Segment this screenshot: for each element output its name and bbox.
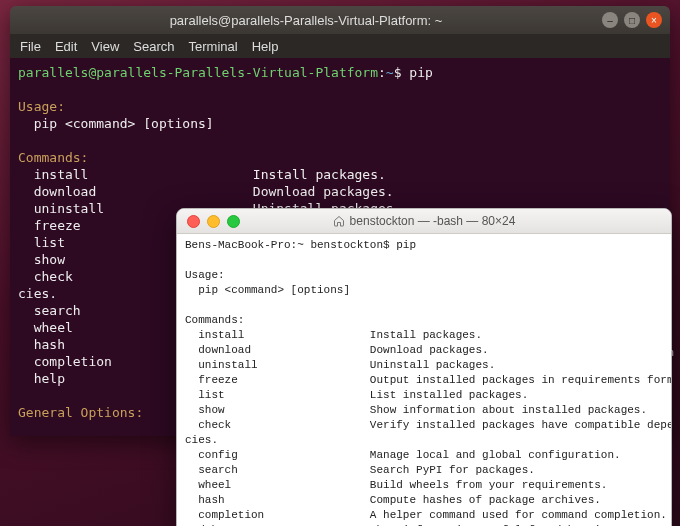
menu-terminal[interactable]: Terminal [189,39,238,54]
mac-window-title: benstockton — -bash — 80×24 [350,214,516,228]
ubuntu-window-title: parallels@parallels-Parallels-Virtual-Pl… [10,13,602,28]
mac-window-title-row: benstockton — -bash — 80×24 [177,214,671,228]
mac-terminal-window[interactable]: benstockton — -bash — 80×24 Bens-MacBook… [176,208,672,526]
menu-help[interactable]: Help [252,39,279,54]
mac-titlebar[interactable]: benstockton — -bash — 80×24 [177,209,671,234]
ubuntu-menubar: File Edit View Search Terminal Help [10,34,670,58]
ubuntu-window-controls: – □ × [602,12,670,28]
menu-search[interactable]: Search [133,39,174,54]
ubuntu-titlebar[interactable]: parallels@parallels-Parallels-Virtual-Pl… [10,6,670,34]
maximize-button[interactable]: □ [624,12,640,28]
watermark-text: wsxdn.com [619,346,674,358]
menu-edit[interactable]: Edit [55,39,77,54]
close-button[interactable]: × [646,12,662,28]
menu-file[interactable]: File [20,39,41,54]
minimize-button[interactable]: – [602,12,618,28]
desktop: parallels@parallels-Parallels-Virtual-Pl… [0,0,680,526]
home-icon [333,215,345,227]
menu-view[interactable]: View [91,39,119,54]
mac-terminal-area[interactable]: Bens-MacBook-Pro:~ benstockton$ pip Usag… [177,234,671,526]
